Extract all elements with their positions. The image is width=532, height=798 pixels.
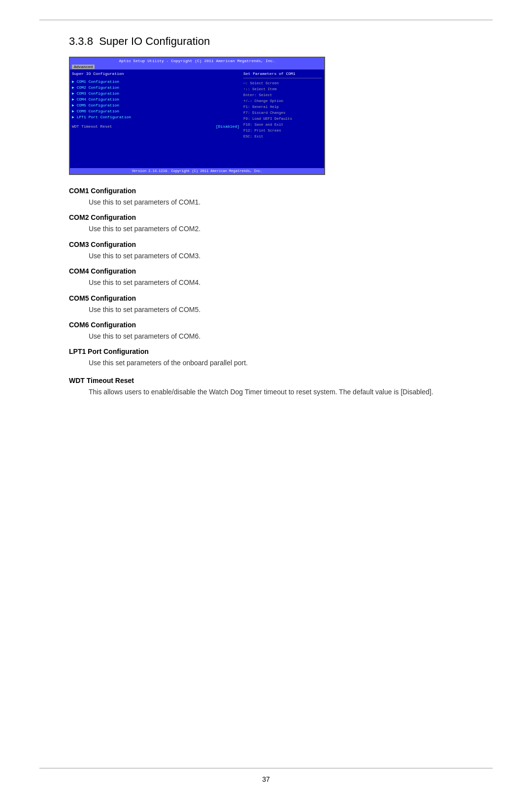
bios-key-esc: ESC: Exit: [243, 134, 322, 139]
bios-key-f1: F1: General Help: [243, 104, 322, 110]
bios-menu-com3[interactable]: COM3 Configuration: [72, 91, 239, 97]
doc-com1: COM1 Configuration Use this to set param…: [69, 187, 463, 208]
bios-tab-bar: Advanced: [70, 64, 324, 69]
bios-right-panel: Set Parameters of COM1 ↔: Select Screen …: [243, 71, 322, 166]
doc-com3: COM3 Configuration Use this to set param…: [69, 241, 463, 261]
bios-tab-advanced[interactable]: Advanced: [72, 65, 95, 69]
bios-key-enter: Enter: Select: [243, 92, 322, 98]
bios-body: Super IO Configuration COM1 Configuratio…: [70, 69, 324, 168]
bios-key-item: ↑↓: Select Item: [243, 86, 322, 92]
bios-footer: Version 2.14.1219. Copyright (C) 2011 Am…: [70, 168, 324, 174]
bios-right-divider: [243, 78, 322, 78]
section-title: 3.3.8 Super IO Configuration: [69, 35, 463, 48]
doc-com3-term: COM3 Configuration: [69, 241, 463, 248]
doc-wdt: WDT Timeout Reset This allows users to e…: [69, 377, 463, 397]
doc-com2: COM2 Configuration Use this to set param…: [69, 213, 463, 234]
bios-header: Aptio Setup Utility - Copyright (C) 2011…: [70, 58, 324, 64]
doc-wdt-desc: This allows users to enable/disable the …: [89, 386, 463, 397]
doc-com1-term: COM1 Configuration: [69, 187, 463, 195]
doc-lpt1-term: LPT1 Port Configuration: [69, 347, 463, 355]
doc-wdt-term: WDT Timeout Reset: [69, 377, 463, 384]
bios-menu-com6[interactable]: COM6 Configuration: [72, 108, 239, 114]
bios-key-change: +/-: Change Option: [243, 98, 322, 104]
doc-lpt1: LPT1 Port Configuration Use this set par…: [69, 347, 463, 368]
doc-com6-term: COM6 Configuration: [69, 321, 463, 329]
bios-menu-com5[interactable]: COM5 Configuration: [72, 103, 239, 108]
bios-menu-com4[interactable]: COM4 Configuration: [72, 97, 239, 103]
doc-com1-desc: Use this to set parameters of COM1.: [89, 197, 463, 208]
bios-menu-lpt1[interactable]: LPT1 Port Configuration: [72, 114, 239, 120]
doc-com5-term: COM5 Configuration: [69, 294, 463, 302]
doc-com6: COM6 Configuration Use this to set param…: [69, 321, 463, 342]
doc-com2-term: COM2 Configuration: [69, 213, 463, 221]
page-number: 37: [262, 775, 270, 783]
bios-key-screen: ↔: Select Screen: [243, 80, 322, 86]
bios-menu-list: COM1 Configuration COM2 Configuration CO…: [72, 79, 239, 120]
bios-section-label: Super IO Configuration: [72, 71, 239, 76]
bios-menu-com2[interactable]: COM2 Configuration: [72, 85, 239, 91]
doc-com2-desc: Use this to set parameters of COM2.: [89, 223, 463, 234]
doc-com5: COM5 Configuration Use this to set param…: [69, 294, 463, 315]
doc-com4: COM4 Configuration Use this to set param…: [69, 267, 463, 288]
bios-wdt-label: WDT Timeout Reset: [72, 124, 112, 129]
doc-lpt1-desc: Use this set parameters of the onboard p…: [89, 357, 463, 368]
bios-help-text: Set Parameters of COM1: [243, 71, 322, 76]
page-content: 3.3.8 Super IO Configuration Aptio Setup…: [69, 20, 463, 397]
bios-key-f9: F9: Load UEFI Defaults: [243, 116, 322, 122]
bios-wdt-row: WDT Timeout Reset [Disabled]: [72, 124, 239, 129]
bios-menu-com1[interactable]: COM1 Configuration: [72, 79, 239, 85]
bios-key-f10: F10: Save and Exit: [243, 122, 322, 128]
doc-com3-desc: Use this to set parameters of COM3.: [89, 250, 463, 261]
doc-com4-term: COM4 Configuration: [69, 267, 463, 275]
doc-list: COM1 Configuration Use this to set param…: [69, 187, 463, 397]
bios-left-panel: Super IO Configuration COM1 Configuratio…: [72, 71, 243, 166]
bios-wdt-value: [Disabled]: [216, 124, 239, 129]
bios-key-f12: F12: Print Screen: [243, 128, 322, 134]
bios-screenshot: Aptio Setup Utility - Copyright (C) 2011…: [69, 57, 325, 175]
doc-com6-desc: Use this to set parameters of COM6.: [89, 331, 463, 342]
bottom-rule: [39, 768, 493, 768]
bios-key-help: ↔: Select Screen ↑↓: Select Item Enter: …: [243, 80, 322, 139]
doc-com4-desc: Use this to set parameters of COM4.: [89, 277, 463, 288]
doc-com5-desc: Use this to set parameters of COM5.: [89, 304, 463, 315]
bios-key-f7: F7: Discard Changes: [243, 110, 322, 116]
